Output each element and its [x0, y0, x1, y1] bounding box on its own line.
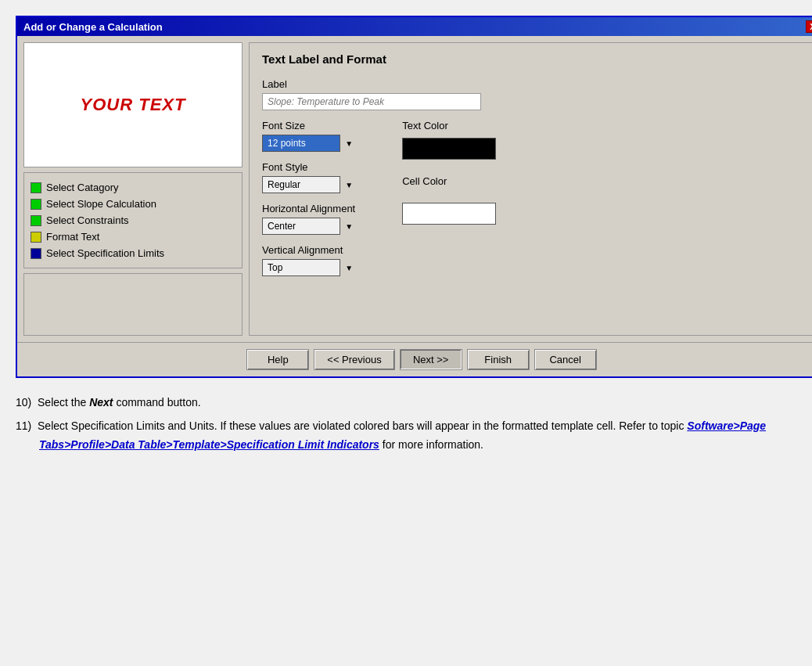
dialog-body: YOUR TEXT Select CatagorySelect Slope Ca… [17, 36, 812, 342]
font-size-select-wrapper: 8 points10 points12 points14 points16 po… [262, 135, 355, 152]
cell-color-label: Cell Color [402, 175, 447, 187]
step-icon-select-category [31, 182, 41, 193]
step11-text: Select Specification Limits and Units. I… [38, 419, 687, 432]
step10-prefix: 10) [16, 396, 31, 409]
v-align-select[interactable]: TopMiddleBottom [262, 259, 340, 276]
text-color-group: Text Color [402, 120, 496, 160]
label-group: Label [262, 78, 807, 110]
step11-after: for more information. [379, 438, 483, 451]
instructions: 10) Select the Next command button. 11) … [16, 394, 798, 454]
step10-bold: Next [89, 396, 113, 409]
preview-box: YOUR TEXT [23, 42, 243, 167]
h-align-label: Horizontal Alignment [262, 203, 355, 214]
font-size-select[interactable]: 8 points10 points12 points14 points16 po… [262, 135, 340, 152]
h-align-group: Horizontal Alignment LeftCenterRight ▼ [262, 203, 355, 235]
step-label-select-slope: Select Slope Calculation [46, 198, 156, 210]
cancel-button[interactable]: Cancel [534, 349, 597, 370]
dialog-titlebar: Add or Change a Calculation X [17, 17, 812, 36]
close-button[interactable]: X [806, 20, 812, 33]
v-align-group: Vertical Alignment TopMiddleBottom ▼ [262, 244, 355, 276]
step-icon-select-slope [31, 199, 41, 210]
step-item-select-category[interactable]: Select Catagory [29, 179, 237, 196]
step-item-select-constraints[interactable]: Select Constraints [29, 212, 237, 229]
left-form-col: Font Size 8 points10 points12 points14 p… [262, 120, 355, 276]
step-label-select-constraints: Select Constraints [46, 214, 129, 226]
h-align-arrow-icon: ▼ [345, 222, 353, 231]
form-content: Label Font Size 8 points10 points12 poin [262, 78, 807, 326]
label-field-label: Label [262, 78, 807, 90]
cell-color-group: Cell Color [402, 175, 496, 225]
right-panel: Text Label and Format Label Font Size [249, 42, 812, 336]
step10-text-after: command button. [113, 396, 201, 409]
next-button[interactable]: Next >> [400, 349, 462, 370]
step-item-select-slope[interactable]: Select Slope Calculation [29, 196, 237, 212]
text-color-swatch[interactable] [402, 138, 496, 160]
font-style-select-wrapper: RegularBoldItalicBold Italic ▼ [262, 176, 355, 193]
dialog-footer: Help << Previous Next >> Finish Cancel [17, 342, 812, 376]
section-title: Text Label and Format [262, 52, 807, 66]
font-colors-row: Font Size 8 points10 points12 points14 p… [262, 120, 807, 276]
h-align-select[interactable]: LeftCenterRight [262, 218, 340, 235]
help-button[interactable]: Help [246, 349, 309, 370]
colors-section: Text Color Cell Color [402, 120, 496, 225]
step-label-format-text: Format Text [46, 231, 99, 243]
dialog: Add or Change a Calculation X YOUR TEXT … [16, 16, 812, 378]
step-icon-format-text [31, 232, 41, 243]
left-bottom-panel [23, 273, 243, 336]
v-align-arrow-icon: ▼ [345, 264, 353, 272]
font-size-label: Font Size [262, 120, 355, 131]
v-align-select-wrapper: TopMiddleBottom ▼ [262, 259, 355, 276]
finish-button[interactable]: Finish [467, 349, 530, 370]
previous-button[interactable]: << Previous [314, 349, 394, 370]
font-style-select[interactable]: RegularBoldItalicBold Italic [262, 176, 340, 193]
font-style-label: Font Style [262, 161, 355, 173]
step-item-format-text[interactable]: Format Text [29, 229, 237, 245]
step-icon-select-spec [31, 248, 41, 259]
step-icon-select-constraints [31, 215, 41, 226]
font-style-group: Font Style RegularBoldItalicBold Italic … [262, 161, 355, 193]
step11-prefix: 11) [16, 419, 31, 432]
font-size-arrow-icon: ▼ [345, 139, 353, 148]
instruction-step11: 11) Select Specification Limits and Unit… [16, 417, 798, 455]
font-style-arrow-icon: ▼ [345, 181, 353, 189]
left-panel: YOUR TEXT Select CatagorySelect Slope Ca… [23, 42, 243, 336]
dialog-title: Add or Change a Calculation [23, 21, 163, 33]
dialog-wrapper: Add or Change a Calculation X YOUR TEXT … [16, 16, 812, 454]
step-label-select-spec: Select Specification Limits [46, 247, 164, 259]
step-label-select-category: Select Catagory [46, 182, 119, 193]
steps-list: Select CatagorySelect Slope CalculationS… [23, 172, 243, 268]
label-input[interactable] [262, 93, 481, 110]
text-color-label: Text Color [402, 120, 448, 131]
preview-text: YOUR TEXT [81, 95, 186, 115]
step-item-select-spec[interactable]: Select Specification Limits [29, 245, 237, 261]
step10-text-before: Select the [38, 396, 89, 409]
h-align-select-wrapper: LeftCenterRight ▼ [262, 218, 355, 235]
v-align-label: Vertical Alignment [262, 244, 355, 256]
font-size-group: Font Size 8 points10 points12 points14 p… [262, 120, 355, 152]
instruction-step10: 10) Select the Next command button. [16, 394, 798, 412]
cell-color-swatch[interactable] [402, 203, 496, 225]
